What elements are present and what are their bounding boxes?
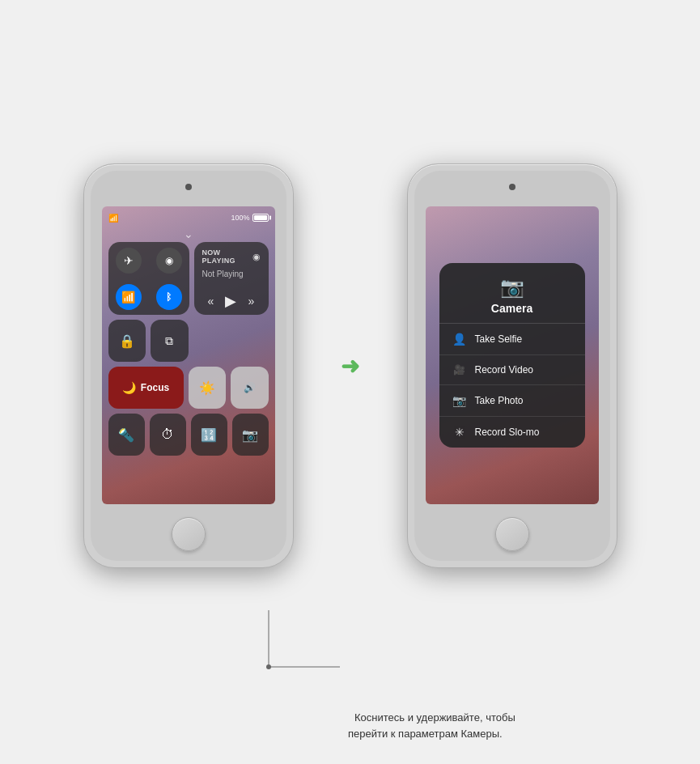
take-photo-item[interactable]: 📷 Take Photo (439, 385, 585, 417)
calculator-icon: 🔢 (201, 427, 217, 443)
now-playing-block[interactable]: NOW PLAYING ◉ Not Playing « ▶ » (194, 242, 269, 315)
camera-menu-title: Camera (491, 302, 532, 315)
annotation-block: Коснитесь и удерживайте, чтобы перейти к… (348, 710, 526, 741)
control-center-bg: 📶 100% ⌄ (102, 206, 275, 504)
orientation-lock-button[interactable]: 🔒 (108, 320, 146, 362)
wifi-toggle-icon: 📶 (121, 291, 135, 303)
home-button-left[interactable] (172, 517, 206, 551)
slomo-icon: ✳ (452, 426, 467, 439)
bluetooth-icon-bg: ᛒ (156, 284, 182, 310)
cc-focus-row: 🌙 Focus ☀️ 🔊 (108, 367, 269, 409)
photo-icon: 📷 (452, 394, 467, 407)
airplane-mode-button[interactable]: ✈ (108, 242, 149, 278)
screen-mirror-button[interactable]: ⧉ (151, 320, 189, 362)
calculator-button[interactable]: 🔢 (191, 414, 227, 456)
bluetooth-icon: ᛒ (166, 291, 172, 303)
device-left: 📶 100% ⌄ (83, 163, 294, 568)
airplane-icon: ✈ (124, 254, 134, 267)
navigation-arrow: ➜ (341, 353, 359, 380)
fast-forward-button[interactable]: » (248, 295, 255, 308)
main-container: 📶 100% ⌄ (83, 163, 617, 568)
volume-icon: 🔊 (244, 382, 256, 393)
screen-mirror-icon: ⧉ (165, 334, 173, 348)
device-right-inner: 📷 Camera 👤 Take Selfie 🎥 Record Video (414, 171, 610, 561)
brightness-button[interactable]: ☀️ (189, 367, 227, 409)
battery-fill (254, 215, 267, 220)
cc-chevron[interactable]: ⌄ (184, 227, 193, 240)
selfie-icon: 👤 (452, 333, 467, 346)
airdrop-icon: ◉ (165, 255, 173, 266)
take-selfie-item[interactable]: 👤 Take Selfie (439, 324, 585, 355)
timer-button[interactable]: ⏱ (150, 414, 186, 456)
airdrop-button[interactable]: ◉ (149, 242, 189, 278)
camera-cc-button[interactable]: 📷 (232, 414, 269, 456)
camera-cc-icon: 📷 (242, 427, 258, 443)
connectivity-block: ✈ ◉ (108, 242, 189, 315)
device-left-inner: 📶 100% ⌄ (91, 171, 286, 561)
record-slomo-item[interactable]: ✳ Record Slo-mo (439, 417, 585, 448)
selfie-label: Take Selfie (475, 333, 523, 345)
record-video-item[interactable]: 🎥 Record Video (439, 355, 585, 385)
timer-icon: ⏱ (161, 427, 174, 442)
annotation-text: Коснитесь и удерживайте, чтобы перейти к… (348, 711, 515, 740)
svg-point-1 (266, 664, 271, 669)
battery-percentage: 100% (231, 214, 249, 222)
flashlight-button[interactable]: 🔦 (108, 414, 145, 456)
device-right: 📷 Camera 👤 Take Selfie 🎥 Record Video (407, 163, 617, 568)
brightness-icon: ☀️ (199, 380, 215, 396)
focus-moon-icon: 🌙 (122, 381, 136, 394)
cc-grid: ✈ ◉ (108, 242, 269, 498)
front-camera-left (185, 184, 192, 190)
np-airplay-icon[interactable]: ◉ (252, 252, 261, 262)
video-label: Record Video (475, 364, 534, 376)
cc-bottom-row: 🔦 ⏱ 🔢 📷 (108, 414, 269, 456)
arrow-container: ➜ (326, 163, 375, 568)
battery-area: 100% (231, 214, 268, 222)
cc-mid-row: 🔒 ⧉ (108, 320, 269, 362)
focus-label: Focus (141, 382, 169, 393)
status-bar-left: 📶 100% (108, 211, 269, 224)
focus-button[interactable]: 🌙 Focus (108, 367, 184, 409)
np-not-playing-text: Not Playing (202, 268, 261, 292)
slomo-label: Record Slo-mo (475, 427, 540, 438)
bluetooth-button[interactable]: ᛒ (149, 278, 189, 315)
wifi-status-icon: 📶 (108, 214, 118, 223)
camera-context-menu: 📷 Camera 👤 Take Selfie 🎥 Record Video (439, 263, 585, 448)
camera-menu-header: 📷 Camera (439, 263, 585, 324)
rewind-button[interactable]: « (208, 295, 214, 308)
airplane-icon-bg: ✈ (116, 248, 142, 274)
flashlight-icon: 🔦 (118, 427, 134, 443)
screen-right: 📷 Camera 👤 Take Selfie 🎥 Record Video (426, 206, 599, 504)
battery-icon (252, 214, 269, 222)
home-button-right[interactable] (495, 517, 529, 551)
wifi-toggle-button[interactable]: 📶 (108, 278, 149, 315)
np-controls: « ▶ » (202, 292, 261, 310)
photo-label: Take Photo (475, 395, 524, 406)
video-icon: 🎥 (452, 364, 467, 376)
np-label: NOW PLAYING (202, 248, 252, 265)
airdrop-icon-bg: ◉ (156, 248, 182, 274)
orientation-lock-icon: 🔒 (119, 333, 135, 349)
cc-top-row: ✈ ◉ (108, 242, 269, 315)
play-button[interactable]: ▶ (225, 292, 236, 310)
screen-left: 📶 100% ⌄ (102, 206, 275, 504)
np-header: NOW PLAYING ◉ (202, 248, 261, 265)
empty-space (193, 320, 269, 362)
front-camera-right (509, 184, 515, 190)
camera-menu-screen: 📷 Camera 👤 Take Selfie 🎥 Record Video (426, 206, 599, 504)
wifi-icon-bg: 📶 (116, 284, 142, 310)
volume-button[interactable]: 🔊 (231, 367, 269, 409)
camera-menu-main-icon: 📷 (500, 276, 524, 299)
